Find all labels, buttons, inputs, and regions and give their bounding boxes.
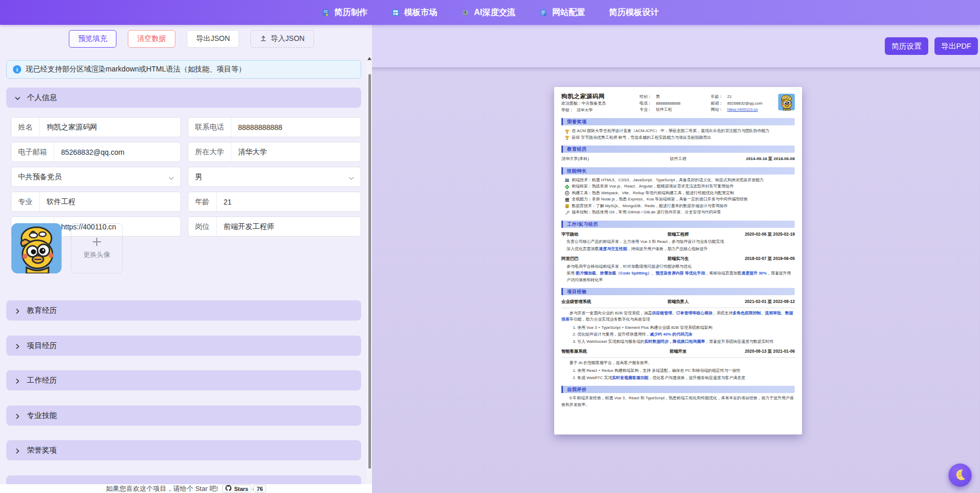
section-work[interactable]: 工作经历 — [6, 370, 361, 390]
resume-settings-button[interactable]: 简历设置 — [885, 37, 928, 55]
field-value: 狗凯之家源码网 — [40, 123, 104, 132]
job-line: 参与电商平台移动端前端开发，针对加载缓慢问题进行性能诊断与优化 — [567, 264, 795, 270]
resume-awards-list: 在 ACM 国际大学生程序设计竞赛（ACM-ICPC） 中，荣获全国二等奖，展现… — [561, 128, 795, 141]
section-awards[interactable]: 荣誉奖项 — [6, 440, 361, 460]
export-json-button[interactable]: 导出JSON — [187, 30, 239, 48]
award-item: 在 ACM 国际大学生程序设计竞赛（ACM-ICPC） 中，荣获全国二等奖，展现… — [561, 128, 795, 135]
resume-section-work-title: 工作/实习经历 — [561, 221, 795, 228]
change-avatar-button[interactable]: 更换头像 — [71, 223, 123, 273]
field-label: 电子邮箱 — [11, 142, 54, 162]
nav-item-ai-chat[interactable]: AI深度交流 — [461, 7, 515, 18]
section-partial[interactable] — [6, 475, 361, 485]
job-entry: 阿里巴巴 前端实习生 2018-02-07 至 2019-06-05 参与电商平… — [561, 256, 795, 283]
skill-item: 全栈能力：掌握 Node.js，熟悉 Express、Koa 等后端框架，具备一… — [561, 196, 795, 203]
project-step: 优化组件设计与复用，提升模块通用性，减少约 40% 的代码冗余 — [573, 331, 795, 338]
field-label: 所在大学 — [188, 142, 231, 162]
nav-item-label: 简历制作 — [334, 7, 367, 18]
markdown-support-banner: i 现已经支持部分区域渲染markdown或HTML语法（如技能、项目等） — [6, 60, 361, 79]
stars-label: Stars — [234, 486, 248, 492]
age-field[interactable]: 年龄 21 — [188, 192, 361, 212]
star-message: 如果您喜欢这个项目，请给个 Star 吧! — [106, 484, 218, 493]
nav-item-label: AI深度交流 — [474, 7, 515, 18]
field-value: 21 — [217, 198, 239, 206]
export-pdf-button[interactable]: 导出PDF — [934, 37, 978, 55]
university-field[interactable]: 所在大学 清华大学 — [188, 142, 361, 162]
scroll-up-arrow-icon[interactable] — [367, 57, 372, 60]
email-field[interactable]: 电子邮箱 85268832@qq.com — [11, 142, 181, 162]
github-icon — [225, 485, 232, 492]
resume-section-awards-title: 荣誉奖项 — [561, 118, 795, 125]
resume-info-row: 学校：清华大学 — [561, 107, 640, 114]
chevron-down-icon — [14, 95, 21, 101]
select-value: 中共预备党员 — [11, 172, 168, 182]
political-status-select[interactable]: 中共预备党员 — [11, 167, 181, 187]
nav-item-site-config[interactable]: 网站配置 — [539, 7, 585, 18]
resume-info-row: 电话：88888888888 — [640, 100, 711, 107]
resume-name: 狗凯之家源码网 — [561, 93, 640, 100]
field-label: 年龄 — [188, 192, 217, 211]
section-education[interactable]: 教育经历 — [6, 300, 361, 321]
github-stars-button[interactable]: Stars — [222, 485, 251, 492]
nav-item-template-market[interactable]: 模板市场 — [391, 7, 437, 18]
import-json-label: 导入JSON — [271, 34, 304, 44]
section-title: 个人信息 — [27, 93, 57, 103]
laptop-icon — [565, 178, 570, 183]
field-label: 专业 — [11, 192, 40, 211]
preview-area: 狗凯之家源码网 政治面貌：中共预备党员 学校：清华大学 性别：男 电话：8888… — [372, 67, 980, 493]
section-title: 工作经历 — [27, 375, 57, 385]
project-step: 使用 React + Redux 构建前端架构，支持 多端适配，确保在 PC 和… — [573, 368, 795, 374]
name-field[interactable]: 姓名 狗凯之家源码网 — [11, 117, 181, 137]
section-title: 项目经历 — [27, 341, 57, 351]
site-config-icon — [539, 8, 548, 17]
resume-info-row: 年龄：21 — [711, 94, 778, 100]
gender-select[interactable]: 男 — [188, 167, 361, 187]
phone-field[interactable]: 联系电话 88888888888 — [188, 117, 361, 137]
editor-toolbar: 预览填充 清空数据 导出JSON 导入JSON — [69, 30, 314, 48]
import-json-button[interactable]: 导入JSON — [250, 30, 314, 48]
chevron-down-icon — [168, 174, 174, 180]
section-skills[interactable]: 专业技能 — [6, 405, 361, 426]
project-description: 参与开发一套面向企业的 B2B 管理系统，涵盖供应链管理、订单管理等核心模块，系… — [561, 310, 795, 323]
field-value: 前端开发工程师 — [217, 222, 281, 231]
stars-count[interactable]: 76 — [254, 485, 266, 492]
preview-panel: 简历设置 导出PDF 狗凯之家源码网 政治面貌：中共预备党员 学校：清华大学 性… — [372, 25, 980, 493]
chevron-right-icon — [14, 447, 21, 454]
project-entry: 智能客服系统 前端开发 2020-08-13 至 2021-01-06 基于 A… — [561, 349, 795, 381]
nav-item-template-design[interactable]: 简历模板设计 — [609, 7, 659, 18]
resume-website-link[interactable]: https://400110.cn — [727, 107, 758, 112]
database-icon — [565, 204, 570, 209]
section-personal-info[interactable]: 个人信息 — [6, 88, 361, 108]
position-field[interactable]: 岗位 前端开发工程师 — [188, 216, 361, 237]
chevron-right-icon — [14, 343, 21, 349]
project-header: 智能客服系统 前端开发 2020-08-13 至 2021-01-06 — [561, 349, 795, 358]
skill-item: 前端框架：熟练掌握 Vue.js、React、Angular，能根据项目需求灵活… — [561, 183, 795, 190]
field-value: 88888888888 — [231, 123, 289, 132]
clear-data-button[interactable]: 清空数据 — [128, 30, 175, 48]
wrench-icon — [565, 210, 570, 215]
project-description: 基于 AI 的智能客服平台，提高客户服务效率。 — [561, 360, 795, 367]
field-label: 岗位 — [188, 217, 217, 236]
chevron-right-icon — [14, 308, 21, 314]
field-value: 清华大学 — [231, 148, 274, 157]
personal-info-form: 姓名 狗凯之家源码网 联系电话 88888888888 电子邮箱 8526883… — [11, 117, 361, 237]
major-field[interactable]: 专业 软件工程 — [11, 192, 181, 212]
resume-info-row: 政治面貌：中共预备党员 — [561, 100, 640, 107]
avatar[interactable] — [11, 223, 62, 273]
trophy-icon — [565, 135, 570, 140]
resume-info-row: 专业：软件工程 — [640, 107, 711, 113]
project-step: 引入 WebSocket 实现前端与服务端的实时数据同步，降低接口轮询频率，显著… — [573, 339, 795, 345]
self-evaluation-text: 5 年前端开发经验，精通 Vue 3、React 和 TypeScript，熟悉… — [561, 395, 795, 408]
preview-fill-button[interactable]: 预览填充 — [69, 30, 116, 48]
education-row: 清华大学(本科) 软件工程 2014-09-16 至 2018-06-08 — [561, 156, 795, 163]
skill-item: 数据库技术：了解 MySQL、MongoDB、Redis，能进行基本的数据存储设… — [561, 203, 795, 210]
select-value: 男 — [188, 172, 348, 182]
template-market-icon — [391, 8, 400, 17]
info-icon: i — [13, 65, 21, 74]
job-line: 深入优化页面加载速度与交互性能，持续提升用户体验，助力产品核心指标提升 — [567, 246, 795, 253]
left-scrollbar-thumb[interactable] — [368, 74, 371, 469]
plus-icon — [93, 238, 101, 246]
resume-section-summary-title: 自我评价 — [561, 386, 795, 393]
theme-toggle-button[interactable] — [948, 463, 972, 487]
nav-item-resume-builder[interactable]: 简历制作 — [321, 7, 367, 18]
section-projects[interactable]: 项目经历 — [6, 336, 361, 356]
